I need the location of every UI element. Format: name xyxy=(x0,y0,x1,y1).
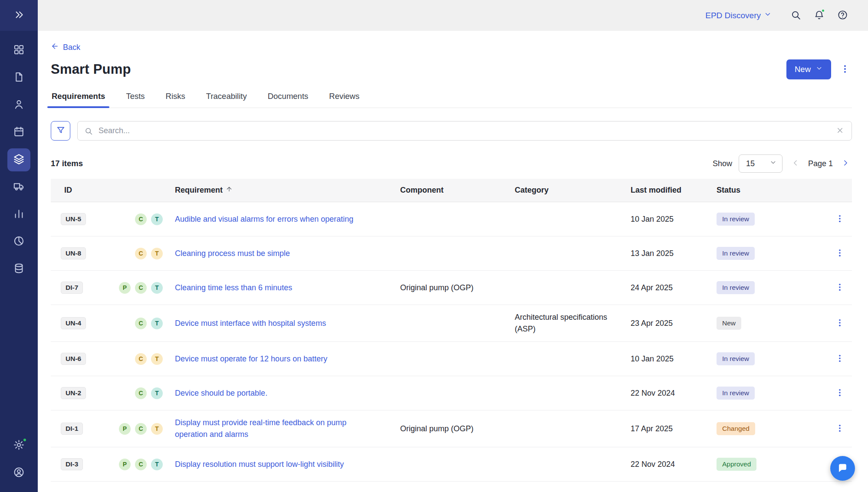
row-menu-button[interactable] xyxy=(833,316,846,331)
tab-documents[interactable]: Documents xyxy=(267,92,309,108)
sidebar xyxy=(0,0,38,492)
project-name: EPD Discovery xyxy=(705,11,761,20)
badge-T[interactable]: T xyxy=(151,282,163,294)
chevrons-right-icon xyxy=(13,15,25,22)
requirement-link[interactable]: Cleaning time less than 6 minutes xyxy=(175,283,292,292)
requirement-link[interactable]: Display resolution must support low-ligh… xyxy=(175,460,344,469)
badge-C[interactable]: C xyxy=(135,248,147,259)
help-icon xyxy=(837,10,848,22)
tab-traceability[interactable]: Traceability xyxy=(205,92,248,108)
sidebar-expand-button[interactable] xyxy=(11,7,27,24)
row-menu-button[interactable] xyxy=(833,352,846,366)
badge-C[interactable]: C xyxy=(135,318,147,329)
notifications-button[interactable] xyxy=(810,7,828,25)
tab-risks[interactable]: Risks xyxy=(165,92,186,108)
filter-button[interactable] xyxy=(51,121,70,141)
global-search-button[interactable] xyxy=(786,7,805,25)
requirement-id-chip: UN-5 xyxy=(61,213,86,225)
badge-T[interactable]: T xyxy=(151,248,163,259)
tab-reviews[interactable]: Reviews xyxy=(328,92,360,108)
badge-C[interactable]: C xyxy=(135,423,147,435)
sidebar-nav xyxy=(7,37,30,283)
column-header-status[interactable]: Status xyxy=(717,186,828,195)
sidebar-item-calendar[interactable] xyxy=(7,121,30,144)
chevron-left-icon xyxy=(791,158,800,169)
sidebar-item-analytics[interactable] xyxy=(7,230,30,253)
status-dot xyxy=(23,438,27,442)
sidebar-item-requirements[interactable] xyxy=(7,148,30,171)
status-badge: In review xyxy=(717,213,755,226)
kebab-icon xyxy=(835,214,845,225)
search-input[interactable] xyxy=(98,126,830,136)
column-header-id[interactable]: ID xyxy=(51,186,175,195)
badge-C[interactable]: C xyxy=(135,282,147,294)
previous-page-button[interactable] xyxy=(789,157,802,171)
close-icon xyxy=(836,126,844,136)
requirement-link[interactable]: Display must provide real-time feedback … xyxy=(175,418,346,439)
row-menu-button[interactable] xyxy=(833,422,846,436)
badge-P[interactable]: P xyxy=(119,282,131,294)
badge-T[interactable]: T xyxy=(151,459,163,470)
sidebar-item-dashboard[interactable] xyxy=(7,39,30,62)
row-menu-button[interactable] xyxy=(833,281,846,295)
requirement-cell: Cleaning time less than 6 minutes xyxy=(175,282,400,294)
last-modified-cell: 17 Apr 2025 xyxy=(631,423,717,435)
back-link[interactable]: Back xyxy=(51,42,80,52)
requirement-cell: Audible and visual alarms for errors whe… xyxy=(175,213,400,225)
title-row: Smart Pump New xyxy=(51,59,852,79)
badge-P[interactable]: P xyxy=(119,423,131,435)
project-switcher[interactable]: EPD Discovery xyxy=(705,10,772,20)
badge-group: PCT xyxy=(119,282,163,294)
sidebar-item-database[interactable] xyxy=(7,258,30,281)
next-page-button[interactable] xyxy=(839,157,852,171)
badge-T[interactable]: T xyxy=(151,318,163,329)
status-cell: In review xyxy=(717,387,828,400)
kebab-icon xyxy=(840,69,850,75)
badge-group: PCT xyxy=(119,423,163,435)
badge-C[interactable]: C xyxy=(135,459,147,470)
column-header-last-modified[interactable]: Last modified xyxy=(631,186,717,195)
badge-C[interactable]: C xyxy=(135,353,147,365)
row-menu-button[interactable] xyxy=(833,386,846,400)
requirement-cell: Device should be portable. xyxy=(175,387,400,399)
sidebar-item-settings[interactable] xyxy=(7,434,30,457)
column-header-category[interactable]: Category xyxy=(515,186,631,195)
last-modified-cell: 22 Nov 2024 xyxy=(631,387,717,399)
requirement-link[interactable]: Device should be portable. xyxy=(175,389,267,397)
kebab-icon xyxy=(835,388,845,399)
badge-T[interactable]: T xyxy=(151,213,163,225)
page-size-select[interactable]: 15 xyxy=(739,154,783,173)
help-button[interactable] xyxy=(833,7,852,25)
row-menu-button[interactable] xyxy=(833,246,846,261)
badge-T[interactable]: T xyxy=(151,387,163,399)
sidebar-item-users[interactable] xyxy=(7,94,30,117)
table-body: UN-5CTAudible and visual alarms for erro… xyxy=(51,202,852,482)
table-row: UN-2CTDevice should be portable.22 Nov 2… xyxy=(51,376,852,410)
sidebar-item-account[interactable] xyxy=(7,462,30,485)
sidebar-item-documents[interactable] xyxy=(7,66,30,89)
chat-widget-button[interactable] xyxy=(830,456,855,481)
page-menu-button[interactable] xyxy=(838,62,852,77)
badge-C[interactable]: C xyxy=(135,213,147,225)
pie-chart-icon xyxy=(13,235,25,249)
requirement-link[interactable]: Device must interface with hospital syst… xyxy=(175,319,326,328)
badge-T[interactable]: T xyxy=(151,353,163,365)
sidebar-item-deliveries[interactable] xyxy=(7,176,30,199)
column-header-requirement[interactable]: Requirement xyxy=(175,186,400,195)
search-icon xyxy=(84,127,93,135)
tab-requirements[interactable]: Requirements xyxy=(51,92,106,108)
requirement-id-chip: UN-8 xyxy=(61,247,86,259)
id-cell: DI-3PCT xyxy=(51,458,175,470)
requirement-link[interactable]: Cleaning process must be simple xyxy=(175,249,290,258)
clear-search-button[interactable] xyxy=(835,125,845,137)
new-button[interactable]: New xyxy=(786,59,831,79)
requirement-link[interactable]: Audible and visual alarms for errors whe… xyxy=(175,215,353,223)
badge-P[interactable]: P xyxy=(119,459,131,470)
badge-C[interactable]: C xyxy=(135,387,147,399)
sidebar-item-reports[interactable] xyxy=(7,203,30,226)
tab-tests[interactable]: Tests xyxy=(125,92,145,108)
column-header-component[interactable]: Component xyxy=(400,186,515,195)
badge-T[interactable]: T xyxy=(151,423,163,435)
requirement-link[interactable]: Device must operate for 12 hours on batt… xyxy=(175,354,327,363)
row-menu-button[interactable] xyxy=(833,212,846,226)
